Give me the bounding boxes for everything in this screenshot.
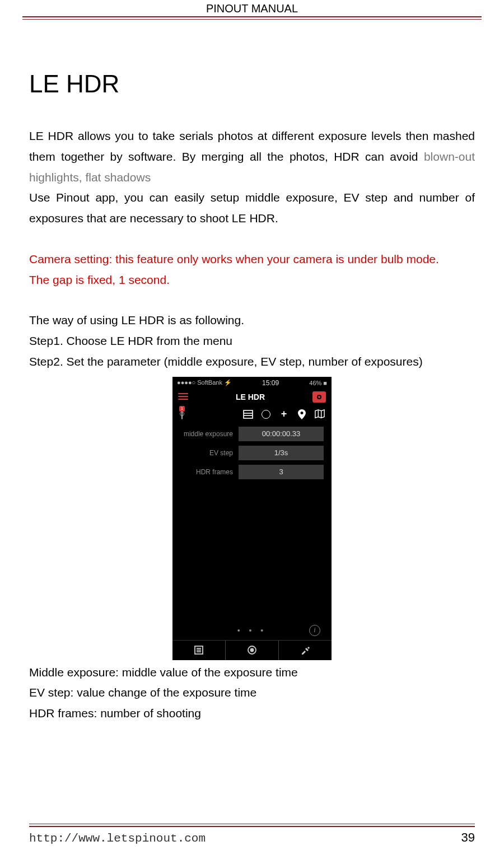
menu-icon[interactable]: [178, 393, 188, 401]
field-ev-step[interactable]: 1/3s: [239, 446, 324, 460]
paragraph-intro-1: LE HDR allows you to take serials photos…: [29, 126, 475, 188]
row-hdr-frames: HDR frames 3: [172, 463, 332, 481]
toolbar-row: 1 +: [172, 406, 332, 425]
step-2: Step2. Set the parameter (middle exposur…: [29, 352, 475, 372]
para1-text: LE HDR allows you to take serials photos…: [29, 129, 475, 163]
status-bar: ●●●●○ SoftBank ⚡ 15:09 46% ■: [172, 377, 332, 388]
label-ev-step: EV step: [172, 449, 239, 457]
list-icon[interactable]: [243, 409, 253, 419]
app-bar: LE HDR: [172, 388, 332, 406]
step-1: Step1. Choose LE HDR from the menu: [29, 331, 475, 352]
definition-middle-exposure: Middle exposure: middle value of the exp…: [29, 662, 475, 683]
app-title: LE HDR: [236, 393, 265, 401]
row-middle-exposure: middle exposure 00:00:00.33: [172, 425, 332, 443]
plus-icon[interactable]: +: [279, 409, 289, 419]
label-middle-exposure: middle exposure: [172, 430, 239, 438]
shutter-button[interactable]: [312, 391, 326, 403]
info-icon[interactable]: i: [309, 625, 320, 636]
page-footer: http://www.letspinout.com 39: [0, 824, 504, 845]
definition-ev-step: EV step: value change of the exposure ti…: [29, 683, 475, 703]
settings-form: middle exposure 00:00:00.33 EV step 1/3s…: [172, 425, 332, 487]
status-carrier: ●●●●○ SoftBank ⚡: [177, 379, 232, 386]
badge-count: 1: [179, 406, 185, 412]
field-middle-exposure[interactable]: 00:00:00.33: [239, 427, 324, 441]
heading-le-hdr: LE HDR: [29, 70, 475, 98]
warning-line-2: The gap is fixed, 1 second.: [29, 270, 475, 291]
paragraph-intro-2: Use Pinout app, you can easily setup mid…: [29, 188, 475, 229]
tab-list[interactable]: [172, 640, 226, 660]
tab-record[interactable]: [226, 640, 279, 660]
tab-tools[interactable]: [279, 640, 332, 660]
svg-rect-0: [244, 410, 253, 418]
svg-point-8: [251, 649, 254, 652]
page-header: PINOUT MANUAL: [0, 0, 504, 16]
phone-screenshot: ●●●●○ SoftBank ⚡ 15:09 46% ■ LE HDR 1 +: [172, 377, 332, 660]
gallery-icon[interactable]: 1: [181, 409, 183, 419]
target-icon[interactable]: [261, 409, 271, 419]
footer-url: http://www.letspinout.com: [29, 832, 206, 845]
status-battery: 46% ■: [309, 380, 327, 386]
warning-line-1: Camera setting: this feature only works …: [29, 249, 475, 270]
usage-intro: The way of using LE HDR is as following.: [29, 310, 475, 331]
tab-bar: [172, 640, 332, 660]
status-time: 15:09: [262, 379, 279, 387]
footer-rule: [29, 824, 475, 827]
map-icon[interactable]: [315, 409, 325, 419]
definition-hdr-frames: HDR frames: number of shooting: [29, 703, 475, 724]
footer-page-number: 39: [461, 830, 475, 845]
row-ev-step: EV step 1/3s: [172, 444, 332, 462]
page-dots: • • •: [237, 626, 267, 635]
pin-icon[interactable]: [297, 409, 307, 419]
pager-row: • • • i: [172, 621, 332, 640]
label-hdr-frames: HDR frames: [172, 468, 239, 476]
field-hdr-frames[interactable]: 3: [239, 465, 324, 479]
